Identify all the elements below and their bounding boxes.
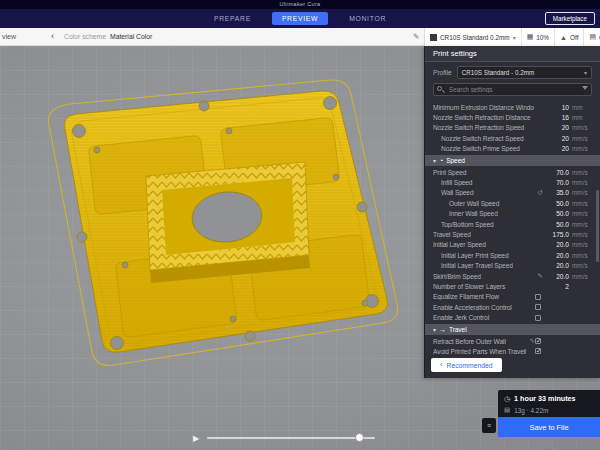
setting-checkbox[interactable] [535, 348, 541, 354]
setting-label: Top/Bottom Speed [433, 221, 534, 228]
filter-icon[interactable] [582, 86, 588, 90]
setting-value[interactable]: 20.0 [543, 262, 569, 269]
setting-label: Outer Wall Speed [433, 200, 534, 207]
setting-value[interactable]: 20.0 [543, 252, 569, 259]
stage-tab[interactable]: MONITOR [340, 13, 395, 24]
profile-dropdown[interactable]: CR10S Standard - 0.2mm ▾ [457, 66, 592, 79]
setting-value[interactable]: 2 [543, 283, 569, 290]
setting-label: Nozzle Switch Retraction Distance [433, 114, 534, 121]
setting-value[interactable]: 50.0 [543, 200, 569, 207]
infill-config-button[interactable]: ▦ 10% [522, 28, 555, 46]
setting-row[interactable]: Equalize Filament Flow [425, 292, 600, 302]
setting-row[interactable]: Outer Wall Speed 50.0 mm/s [425, 198, 600, 208]
setting-row[interactable]: Initial Layer Speed 20.0 mm/s [425, 240, 600, 250]
setting-value[interactable]: 20.0 [543, 273, 569, 280]
setting-row[interactable]: Travel Speed 175.0 mm/s [425, 229, 600, 239]
setting-unit: mm/s [569, 210, 594, 217]
printer-config-button[interactable]: CR10S Standard 0.2mm ▾ [425, 28, 522, 46]
setting-row[interactable]: Travel [425, 324, 600, 335]
setting-row[interactable]: Infill Speed 70.0 mm/s [425, 177, 600, 187]
stage-tab[interactable]: PREVIEW [272, 12, 328, 25]
setting-modified-icon [534, 189, 543, 197]
material-icon: ▤ [504, 406, 510, 414]
setting-row[interactable]: Nozzle Switch Retraction Speed 20 mm/s [425, 123, 600, 133]
setting-row[interactable]: Nozzle Switch Retract Speed 20 mm/s [425, 133, 600, 143]
setting-unit: mm [569, 114, 594, 121]
setting-row[interactable]: Enable Acceleration Control [425, 302, 600, 312]
setting-row[interactable]: Nozzle Switch Prime Speed 20 mm/s [425, 144, 600, 154]
search-icon [437, 86, 442, 91]
back-button[interactable]: ‹ [46, 30, 59, 43]
setting-value[interactable]: 16 [543, 114, 569, 121]
print-setup-bar: CR10S Standard 0.2mm ▾ ▦ 10% ▲ Off ▤ On [424, 28, 600, 46]
stage-tab[interactable]: PREPARE [205, 13, 260, 24]
recommended-mode-button[interactable]: ‹ Recommended [431, 358, 502, 372]
material-swatch [430, 34, 437, 41]
setting-row[interactable]: Initial Layer Print Speed 20.0 mm/s [425, 250, 600, 260]
setting-label: Initial Layer Travel Speed [433, 262, 534, 269]
model-3d[interactable] [0, 46, 424, 450]
setting-label: Infill Speed [433, 179, 534, 186]
search-input[interactable] [433, 83, 592, 96]
setting-row[interactable]: Top/Bottom Speed 50.0 mm/s [425, 219, 600, 229]
chevron-down-icon: ▾ [513, 34, 516, 41]
support-config-button[interactable]: ▲ Off [555, 28, 584, 46]
setting-row[interactable]: Speed [425, 155, 600, 166]
tab-label: PREPARE [214, 15, 251, 22]
setting-row[interactable]: Skirt/Brim Speed 20.0 mm/s [425, 271, 600, 281]
play-button[interactable]: ▶ [189, 434, 203, 443]
setting-row[interactable]: Enable Jerk Control [425, 312, 600, 322]
setting-row[interactable]: Retract Before Outer Wall [425, 336, 600, 346]
setting-value[interactable]: 70.0 [543, 169, 569, 176]
setting-label: Equalize Filament Flow [433, 293, 526, 300]
setting-checkbox[interactable] [535, 294, 541, 300]
setting-value[interactable]: 50.0 [543, 210, 569, 217]
setting-row[interactable]: Print Speed 70.0 mm/s [425, 167, 600, 177]
setting-row[interactable]: Number of Slower Layers 2 [425, 281, 600, 291]
setting-unit: mm/s [569, 241, 594, 248]
slider-track[interactable] [207, 437, 375, 439]
setting-checkbox[interactable] [535, 304, 541, 310]
edit-icon[interactable]: ✎ [413, 28, 419, 46]
color-scheme-dropdown[interactable]: Material Color [110, 28, 152, 46]
setting-unit: mm/s [569, 145, 594, 152]
adhesion-config-button[interactable]: ▤ On [584, 28, 600, 46]
output-device-button[interactable]: ≡ [482, 418, 496, 433]
settings-list: Minimum Extrusion Distance Window 10 mm … [425, 100, 600, 354]
save-to-file-button[interactable]: Save to File [498, 417, 600, 437]
section-caret-icon [433, 157, 436, 164]
setting-value[interactable]: 50.0 [543, 221, 569, 228]
clock-icon: ◷ [504, 395, 510, 403]
setting-value[interactable]: 20 [543, 124, 569, 131]
setting-unit: mm/s [569, 169, 594, 176]
stage-tabs: PREPARE PREVIEW MONITOR [0, 9, 600, 28]
color-scheme-label: Color scheme [64, 28, 106, 46]
setting-value[interactable]: 70.0 [543, 179, 569, 186]
slider-handle[interactable] [355, 433, 364, 442]
material-estimate: 13g · 4.22m [514, 407, 548, 414]
setting-row[interactable]: Minimum Extrusion Distance Window 10 mm [425, 102, 600, 112]
setting-value[interactable]: 35.0 [543, 189, 569, 196]
setting-checkbox[interactable] [535, 315, 541, 321]
path-slider[interactable] [207, 432, 375, 444]
setting-row[interactable]: Inner Wall Speed 50.0 mm/s [425, 209, 600, 219]
setting-row[interactable]: Nozzle Switch Retraction Distance 16 mm [425, 112, 600, 122]
setting-value[interactable]: 10 [543, 104, 569, 111]
section-icon [439, 157, 443, 164]
setting-value[interactable]: 20 [543, 135, 569, 142]
support-value: Off [570, 34, 578, 41]
tab-label: PREVIEW [282, 15, 318, 22]
setting-value[interactable]: 20.0 [543, 241, 569, 248]
setting-row[interactable]: Initial Layer Travel Speed 20.0 mm/s [425, 260, 600, 270]
marketplace-button[interactable]: Marketplace [545, 12, 595, 25]
setting-label: Wall Speed [433, 189, 534, 196]
setting-value[interactable]: 175.0 [543, 231, 569, 238]
setting-unit: mm/s [569, 252, 594, 259]
simulation-playback: ▶ [189, 432, 375, 444]
setting-unit: mm/s [569, 221, 594, 228]
setting-checkbox[interactable] [535, 338, 541, 344]
setting-row[interactable]: Wall Speed 35.0 mm/s [425, 188, 600, 198]
setting-value[interactable]: 20 [543, 145, 569, 152]
setting-row[interactable]: Avoid Printed Parts When Traveling [425, 346, 600, 354]
setting-modified-icon [534, 272, 543, 280]
